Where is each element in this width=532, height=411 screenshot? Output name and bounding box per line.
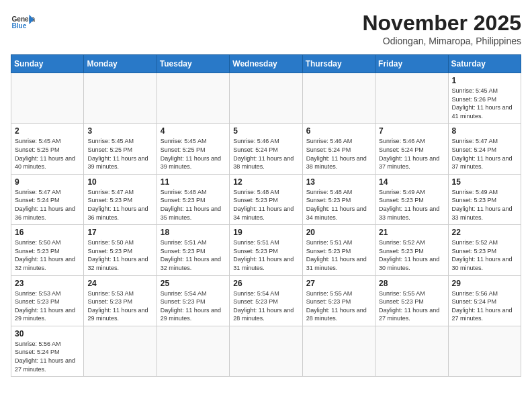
day-number: 30	[15, 329, 80, 338]
calendar-cell: 27 Sunrise: 5:55 AMSunset: 5:23 PMDaylig…	[302, 275, 375, 326]
calendar-week-row: 23 Sunrise: 5:53 AMSunset: 5:23 PMDaylig…	[11, 275, 521, 326]
day-number: 15	[452, 177, 517, 187]
day-number: 4	[161, 126, 226, 136]
day-number: 26	[233, 279, 298, 288]
calendar-cell	[448, 326, 521, 376]
day-number: 29	[452, 279, 517, 288]
calendar-week-row: 2 Sunrise: 5:45 AMSunset: 5:25 PMDayligh…	[11, 124, 521, 174]
calendar-cell: 4 Sunrise: 5:45 AMSunset: 5:25 PMDayligh…	[157, 124, 229, 174]
day-number: 11	[161, 177, 226, 187]
calendar-cell: 19 Sunrise: 5:51 AMSunset: 5:23 PMDaylig…	[230, 225, 302, 275]
calendar-table: SundayMondayTuesdayWednesdayThursdayFrid…	[11, 54, 521, 377]
calendar-cell: 23 Sunrise: 5:53 AMSunset: 5:23 PMDaylig…	[11, 275, 84, 326]
calendar-cell: 15 Sunrise: 5:49 AMSunset: 5:23 PMDaylig…	[448, 174, 521, 224]
weekday-header-friday: Friday	[375, 55, 448, 73]
calendar-week-row: 1 Sunrise: 5:45 AMSunset: 5:26 PMDayligh…	[11, 73, 521, 124]
calendar-cell: 28 Sunrise: 5:55 AMSunset: 5:23 PMDaylig…	[375, 275, 448, 326]
day-info: Sunrise: 5:53 AMSunset: 5:23 PMDaylight:…	[15, 289, 80, 323]
day-number: 23	[15, 279, 80, 288]
day-info: Sunrise: 5:53 AMSunset: 5:23 PMDaylight:…	[87, 289, 152, 323]
day-number: 17	[87, 228, 152, 237]
calendar-cell: 14 Sunrise: 5:49 AMSunset: 5:23 PMDaylig…	[375, 174, 448, 224]
calendar-cell: 7 Sunrise: 5:46 AMSunset: 5:24 PMDayligh…	[375, 124, 448, 174]
calendar-cell	[230, 73, 302, 124]
day-number: 12	[233, 177, 298, 187]
weekday-header-tuesday: Tuesday	[157, 55, 229, 73]
day-number: 18	[161, 228, 226, 237]
day-number: 28	[379, 279, 444, 288]
weekday-header-thursday: Thursday	[302, 55, 375, 73]
day-info: Sunrise: 5:48 AMSunset: 5:23 PMDaylight:…	[161, 188, 226, 222]
calendar-cell	[230, 326, 302, 376]
day-number: 24	[87, 279, 152, 288]
calendar-cell: 13 Sunrise: 5:48 AMSunset: 5:23 PMDaylig…	[302, 174, 375, 224]
day-number: 5	[233, 126, 298, 136]
calendar-cell	[302, 326, 375, 376]
calendar-cell: 5 Sunrise: 5:46 AMSunset: 5:24 PMDayligh…	[230, 124, 302, 174]
title-block: November 2025 Odiongan, Mimaropa, Philip…	[362, 11, 521, 46]
day-info: Sunrise: 5:56 AMSunset: 5:24 PMDaylight:…	[15, 340, 80, 373]
calendar-cell	[157, 73, 229, 124]
day-number: 20	[306, 228, 371, 237]
day-info: Sunrise: 5:45 AMSunset: 5:26 PMDaylight:…	[452, 87, 517, 120]
calendar-cell: 21 Sunrise: 5:52 AMSunset: 5:23 PMDaylig…	[375, 225, 448, 275]
day-info: Sunrise: 5:48 AMSunset: 5:23 PMDaylight:…	[233, 188, 298, 222]
day-number: 1	[452, 76, 517, 85]
weekday-header-sunday: Sunday	[11, 55, 84, 73]
day-info: Sunrise: 5:49 AMSunset: 5:23 PMDaylight:…	[379, 188, 444, 222]
day-info: Sunrise: 5:45 AMSunset: 5:25 PMDaylight:…	[87, 137, 152, 171]
weekday-header-monday: Monday	[84, 55, 157, 73]
calendar-cell: 10 Sunrise: 5:47 AMSunset: 5:23 PMDaylig…	[84, 174, 157, 224]
day-info: Sunrise: 5:52 AMSunset: 5:23 PMDaylight:…	[452, 238, 517, 272]
day-info: Sunrise: 5:55 AMSunset: 5:23 PMDaylight:…	[379, 289, 444, 323]
day-number: 14	[379, 177, 444, 187]
calendar-cell	[11, 73, 84, 124]
day-number: 7	[379, 126, 444, 136]
calendar-cell: 26 Sunrise: 5:54 AMSunset: 5:23 PMDaylig…	[230, 275, 302, 326]
calendar-cell: 16 Sunrise: 5:50 AMSunset: 5:23 PMDaylig…	[11, 225, 84, 275]
day-number: 8	[452, 126, 517, 136]
calendar-cell	[84, 73, 157, 124]
weekday-header-wednesday: Wednesday	[230, 55, 302, 73]
logo-icon: General Blue	[11, 11, 35, 35]
day-info: Sunrise: 5:54 AMSunset: 5:23 PMDaylight:…	[233, 289, 298, 323]
calendar-cell: 11 Sunrise: 5:48 AMSunset: 5:23 PMDaylig…	[157, 174, 229, 224]
calendar-cell: 30 Sunrise: 5:56 AMSunset: 5:24 PMDaylig…	[11, 326, 84, 376]
calendar-cell: 6 Sunrise: 5:46 AMSunset: 5:24 PMDayligh…	[302, 124, 375, 174]
day-number: 3	[87, 126, 152, 136]
calendar-cell: 9 Sunrise: 5:47 AMSunset: 5:24 PMDayligh…	[11, 174, 84, 224]
day-info: Sunrise: 5:56 AMSunset: 5:24 PMDaylight:…	[452, 289, 517, 323]
calendar-cell: 2 Sunrise: 5:45 AMSunset: 5:25 PMDayligh…	[11, 124, 84, 174]
calendar-cell	[302, 73, 375, 124]
weekday-header-row: SundayMondayTuesdayWednesdayThursdayFrid…	[11, 55, 521, 73]
month-title: November 2025	[362, 11, 521, 36]
svg-text:Blue: Blue	[11, 22, 26, 30]
day-info: Sunrise: 5:51 AMSunset: 5:23 PMDaylight:…	[233, 238, 298, 272]
calendar-cell: 17 Sunrise: 5:50 AMSunset: 5:23 PMDaylig…	[84, 225, 157, 275]
day-number: 9	[15, 177, 80, 187]
day-info: Sunrise: 5:52 AMSunset: 5:23 PMDaylight:…	[379, 238, 444, 272]
day-number: 2	[15, 126, 80, 136]
day-info: Sunrise: 5:49 AMSunset: 5:23 PMDaylight:…	[452, 188, 517, 222]
calendar-cell: 3 Sunrise: 5:45 AMSunset: 5:25 PMDayligh…	[84, 124, 157, 174]
day-info: Sunrise: 5:45 AMSunset: 5:25 PMDaylight:…	[161, 137, 226, 171]
day-number: 19	[233, 228, 298, 237]
day-info: Sunrise: 5:55 AMSunset: 5:23 PMDaylight:…	[306, 289, 371, 323]
day-info: Sunrise: 5:54 AMSunset: 5:23 PMDaylight:…	[161, 289, 226, 323]
day-info: Sunrise: 5:47 AMSunset: 5:24 PMDaylight:…	[452, 137, 517, 171]
day-number: 27	[306, 279, 371, 288]
day-info: Sunrise: 5:46 AMSunset: 5:24 PMDaylight:…	[233, 137, 298, 171]
page-header: General Blue November 2025 Odiongan, Mim…	[11, 11, 521, 46]
calendar-cell	[157, 326, 229, 376]
day-info: Sunrise: 5:46 AMSunset: 5:24 PMDaylight:…	[379, 137, 444, 171]
calendar-cell	[84, 326, 157, 376]
calendar-cell: 25 Sunrise: 5:54 AMSunset: 5:23 PMDaylig…	[157, 275, 229, 326]
calendar-cell	[375, 326, 448, 376]
calendar-cell: 18 Sunrise: 5:51 AMSunset: 5:23 PMDaylig…	[157, 225, 229, 275]
day-info: Sunrise: 5:45 AMSunset: 5:25 PMDaylight:…	[15, 137, 80, 171]
calendar-week-row: 30 Sunrise: 5:56 AMSunset: 5:24 PMDaylig…	[11, 326, 521, 376]
calendar-cell: 8 Sunrise: 5:47 AMSunset: 5:24 PMDayligh…	[448, 124, 521, 174]
day-number: 25	[161, 279, 226, 288]
calendar-cell: 1 Sunrise: 5:45 AMSunset: 5:26 PMDayligh…	[448, 73, 521, 124]
day-info: Sunrise: 5:47 AMSunset: 5:24 PMDaylight:…	[15, 188, 80, 222]
